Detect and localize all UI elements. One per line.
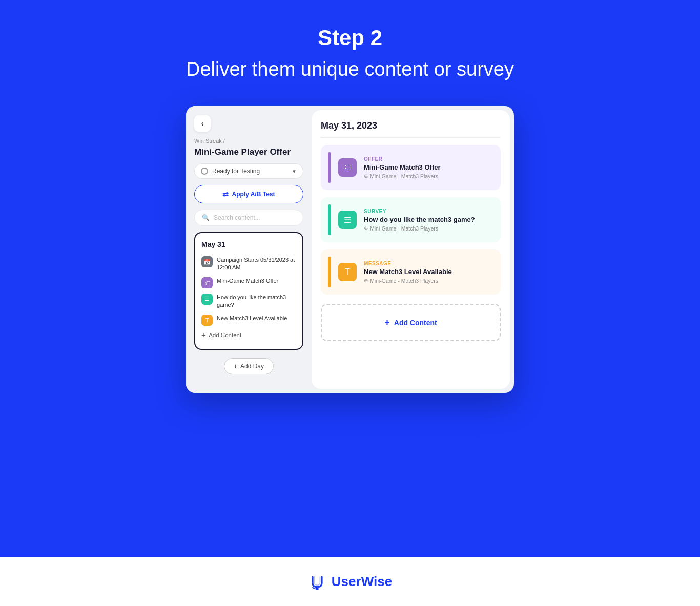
offer-meta: ⊕ Mini-Game - Match3 Players — [364, 173, 493, 179]
list-item: 📅 Campaign Starts 05/31/2023 at 12:00 AM — [201, 254, 296, 275]
campaign-title: Mini-Game Player Offer — [194, 147, 303, 157]
plus-icon: + — [201, 331, 205, 339]
panel-date: May 31, 2023 — [321, 120, 501, 138]
logo-text-bold: Wise — [361, 574, 392, 589]
list-item: ☰ How do you like the match3 game? — [201, 291, 296, 312]
add-day-label: Add Day — [240, 363, 264, 370]
message-card-icon: T — [338, 263, 357, 281]
message-title: New Match3 Level Available — [364, 268, 493, 276]
message-bar — [328, 257, 331, 287]
logo-text: UserWise — [332, 574, 392, 590]
offer-icon: 🏷 — [201, 277, 213, 288]
offer-card[interactable]: 🏷 OFFER Mini-Game Match3 Offer ⊕ Mini-Ga… — [321, 145, 501, 190]
survey-card-content: SURVEY How do you like the match3 game? … — [364, 208, 493, 232]
footer: UserWise — [0, 557, 700, 606]
back-button[interactable]: ‹ — [194, 115, 211, 132]
offer-card-content: OFFER Mini-Game Match3 Offer ⊕ Mini-Game… — [364, 156, 493, 179]
survey-type-label: SURVEY — [364, 208, 493, 214]
item-text-survey: How do you like the match3 game? — [217, 294, 296, 309]
survey-card[interactable]: ☰ SURVEY How do you like the match3 game… — [321, 197, 501, 242]
ab-icon: ⇄ — [222, 190, 229, 198]
day-card: May 31 📅 Campaign Starts 05/31/2023 at 1… — [194, 232, 303, 350]
add-content-label-big: Add Content — [394, 319, 437, 327]
right-panel: May 31, 2023 🏷 OFFER Mini-Game Match3 Of… — [312, 110, 510, 389]
add-content-label-small: Add Content — [209, 332, 241, 338]
search-placeholder: Search content... — [214, 214, 260, 221]
chevron-down-icon: ▼ — [292, 169, 297, 174]
message-card[interactable]: T MESSAGE New Match3 Level Available ⊕ M… — [321, 249, 501, 295]
status-dot — [201, 168, 208, 175]
meta-icon: ⊕ — [364, 278, 368, 283]
item-text-campaign-start: Campaign Starts 05/31/2023 at 12:00 AM — [217, 256, 296, 272]
logo-text-plain: User — [332, 574, 361, 589]
item-text-offer: Mini-Game Match3 Offer — [217, 277, 278, 285]
offer-bar — [328, 152, 331, 183]
list-item: 🏷 Mini-Game Match3 Offer — [201, 275, 296, 291]
message-card-content: MESSAGE New Match3 Level Available ⊕ Min… — [364, 261, 493, 284]
survey-bar — [328, 204, 331, 235]
meta-icon: ⊕ — [364, 225, 368, 231]
day-label: May 31 — [201, 240, 296, 248]
left-panel: ‹ Win Streak / Mini-Game Player Offer Re… — [186, 106, 312, 393]
survey-meta-text: Mini-Game - Match3 Players — [370, 225, 438, 232]
survey-title: How do you like the match3 game? — [364, 216, 493, 223]
survey-card-icon: ☰ — [338, 211, 357, 229]
search-icon: 🔍 — [202, 214, 210, 221]
step-subtitle: Deliver them unique content or survey — [186, 58, 514, 80]
message-icon: T — [201, 315, 213, 326]
message-type-label: MESSAGE — [364, 261, 493, 266]
offer-type-label: OFFER — [364, 156, 493, 162]
calendar-icon: 📅 — [201, 256, 213, 267]
add-content-button[interactable]: + Add Content — [321, 304, 501, 341]
message-meta: ⊕ Mini-Game - Match3 Players — [364, 278, 493, 284]
offer-card-icon: 🏷 — [338, 158, 357, 177]
survey-icon: ☰ — [201, 294, 213, 305]
add-day-button[interactable]: + Add Day — [224, 358, 274, 374]
message-meta-text: Mini-Game - Match3 Players — [370, 278, 438, 284]
survey-meta: ⊕ Mini-Game - Match3 Players — [364, 225, 493, 232]
ab-test-label: Apply A/B Test — [232, 191, 275, 198]
offer-meta-text: Mini-Game - Match3 Players — [370, 173, 438, 179]
ui-card: ‹ Win Streak / Mini-Game Player Offer Re… — [186, 106, 514, 393]
logo-icon — [308, 572, 326, 591]
item-text-message: New Match3 Level Available — [217, 315, 287, 322]
offer-title: Mini-Game Match3 Offer — [364, 163, 493, 171]
step-label: Step 2 — [318, 26, 382, 50]
plus-icon-big: + — [384, 317, 390, 328]
meta-icon: ⊕ — [364, 173, 368, 179]
list-item: T New Match3 Level Available — [201, 312, 296, 328]
ab-test-button[interactable]: ⇄ Apply A/B Test — [194, 185, 303, 203]
status-dropdown[interactable]: Ready for Testing ▼ — [194, 163, 303, 179]
plus-icon-day: + — [234, 363, 237, 370]
status-text: Ready for Testing — [212, 168, 287, 175]
add-content-row[interactable]: + Add Content — [201, 328, 296, 342]
breadcrumb: Win Streak / — [194, 138, 303, 144]
logo: UserWise — [308, 572, 392, 591]
hero-section: Step 2 Deliver them unique content or su… — [0, 0, 700, 413]
search-box[interactable]: 🔍 Search content... — [194, 210, 303, 226]
